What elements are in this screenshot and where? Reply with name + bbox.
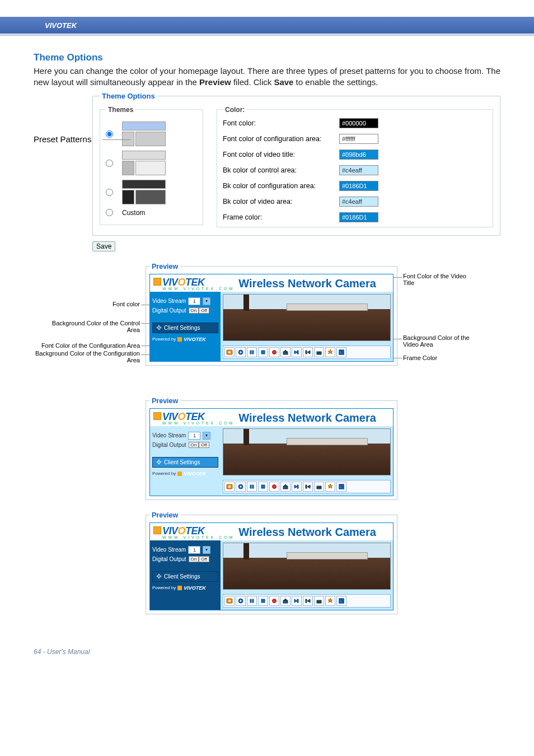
chevron-down-icon[interactable]: ▾: [203, 432, 210, 440]
svg-point-43: [228, 600, 231, 602]
theme-option-3[interactable]: [106, 180, 197, 206]
svg-point-37: [158, 576, 160, 577]
video-stream-label: Video Stream: [152, 298, 186, 304]
svg-point-19: [158, 461, 160, 463]
toolbar-button[interactable]: [269, 482, 279, 492]
preview-title: Wireless Network Camera: [238, 412, 376, 424]
color-swatch[interactable]: #0186D1: [339, 181, 378, 191]
svg-rect-47: [261, 599, 265, 603]
color-swatch[interactable]: #c4eaff: [339, 165, 378, 175]
on-button[interactable]: On: [189, 442, 199, 448]
svg-rect-32: [297, 485, 298, 488]
stream-select[interactable]: 1: [188, 297, 200, 305]
color-swatch[interactable]: #000000: [339, 118, 378, 128]
toolbar-button[interactable]: [325, 596, 335, 606]
toolbar-button[interactable]: [303, 482, 313, 492]
toolbar-button[interactable]: [292, 482, 302, 492]
toolbar-button[interactable]: [247, 596, 257, 606]
color-label: Bk color of video area:: [223, 198, 335, 206]
toolbar-button[interactable]: [303, 596, 313, 606]
client-settings-button[interactable]: Client Settings: [152, 323, 218, 333]
toolbar-button[interactable]: [258, 596, 268, 606]
svg-rect-28: [252, 485, 254, 488]
client-settings-label: Client Settings: [164, 325, 200, 331]
toolbar-button[interactable]: [325, 482, 335, 492]
toolbar-button[interactable]: [247, 347, 257, 357]
color-swatch[interactable]: #ffffff: [339, 134, 378, 144]
video-stream-row: Video Stream1▾: [152, 432, 218, 440]
body-text-c: filed. Click: [231, 77, 274, 87]
color-swatch[interactable]: #0186D1: [339, 212, 378, 222]
toolbar-button[interactable]: [224, 347, 235, 357]
svg-rect-11: [261, 351, 265, 354]
section-body: Here you can change the color of your ho…: [34, 66, 500, 88]
stream-select[interactable]: 1: [188, 546, 200, 554]
theme-radio-custom[interactable]: [106, 209, 113, 216]
video-toolbar: [223, 594, 391, 608]
toolbar-button[interactable]: [336, 482, 346, 492]
svg-rect-45: [250, 599, 251, 603]
toolbar-button[interactable]: [258, 482, 268, 492]
client-settings-button[interactable]: Client Settings: [152, 457, 218, 468]
toolbar-button[interactable]: [314, 482, 324, 492]
color-label: Font color of video title:: [223, 151, 335, 158]
logo-mark-icon: [177, 337, 182, 342]
stream-select[interactable]: 1: [188, 432, 200, 440]
chevron-down-icon[interactable]: ▾: [203, 546, 210, 554]
theme-radio-1[interactable]: [106, 130, 113, 138]
video-placeholder: [223, 294, 391, 341]
toolbar-button[interactable]: [269, 347, 279, 357]
preview-sidebar: Video Stream1▾Digital OutputOnOffClient …: [150, 540, 221, 610]
toolbar-button[interactable]: [336, 596, 346, 606]
theme-option-custom[interactable]: Custom: [106, 209, 197, 217]
custom-label: Custom: [122, 209, 145, 217]
off-button[interactable]: Off: [199, 442, 209, 448]
svg-point-12: [273, 350, 277, 354]
toolbar-button[interactable]: [292, 596, 302, 606]
color-swatch[interactable]: #098bd6: [339, 150, 378, 160]
on-button[interactable]: On: [189, 556, 199, 562]
toolbar-button[interactable]: [314, 347, 324, 357]
toolbar-button[interactable]: [292, 347, 302, 357]
chevron-down-icon[interactable]: ▾: [203, 297, 210, 305]
theme-radio-2[interactable]: [106, 160, 113, 167]
toolbar-button[interactable]: [336, 347, 346, 357]
client-settings-button[interactable]: Client Settings: [152, 571, 218, 582]
toolbar-button[interactable]: [236, 347, 246, 357]
toolbar-button[interactable]: [224, 482, 235, 492]
on-button[interactable]: On: [189, 307, 199, 314]
save-button[interactable]: Save: [92, 241, 115, 251]
toolbar-button[interactable]: [236, 596, 246, 606]
toolbar-button[interactable]: [314, 596, 324, 606]
client-settings-label: Client Settings: [164, 573, 200, 580]
svg-rect-49: [283, 600, 288, 603]
theme-thumb-3: [122, 180, 166, 206]
toolbar-button[interactable]: [280, 482, 291, 492]
svg-rect-14: [297, 351, 298, 354]
toolbar-button[interactable]: [280, 347, 291, 357]
video-stream-label: Video Stream: [152, 432, 186, 438]
digital-output-row: Digital OutputOnOff: [152, 556, 218, 562]
svg-rect-15: [306, 351, 307, 354]
theme-thumb-2: [122, 151, 166, 176]
toolbar-button[interactable]: [224, 596, 235, 606]
theme-thumb-1: [122, 122, 166, 147]
svg-point-48: [273, 599, 277, 603]
themes-panel: Themes: [100, 106, 203, 225]
toolbar-button[interactable]: [236, 482, 246, 492]
toolbar-button[interactable]: [258, 347, 268, 357]
toolbar-button[interactable]: [325, 347, 335, 357]
off-button[interactable]: Off: [199, 307, 209, 314]
color-swatch[interactable]: #c4eaff: [339, 197, 378, 207]
toolbar-button[interactable]: [247, 482, 257, 492]
toolbar-button[interactable]: [269, 596, 279, 606]
theme-option-1[interactable]: [106, 122, 197, 147]
preview-panel-3: Preview VIVOTEKW W W . V I V O T E K . C…: [146, 511, 397, 614]
theme-option-2[interactable]: [106, 151, 197, 176]
theme-radio-3[interactable]: [106, 189, 113, 196]
toolbar-button[interactable]: [303, 347, 313, 357]
color-grid: Font color:#000000Font color of configur…: [223, 118, 487, 222]
off-button[interactable]: Off: [199, 556, 209, 562]
callout-font-color: Font color: [45, 301, 140, 307]
toolbar-button[interactable]: [280, 596, 291, 606]
